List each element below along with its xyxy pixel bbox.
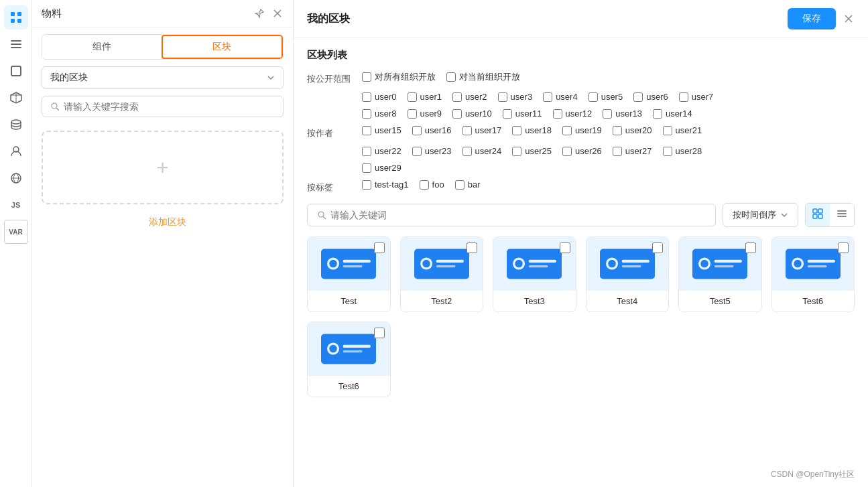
checkbox-user17-input[interactable] — [462, 126, 472, 135]
checkbox-tag-bar[interactable]: bar — [455, 180, 481, 190]
checkbox-user0[interactable]: user0 — [362, 92, 397, 102]
checkbox-user19[interactable]: user19 — [562, 125, 602, 135]
checkbox-user2-input[interactable] — [452, 92, 462, 102]
checkbox-user5-input[interactable] — [588, 92, 598, 102]
checkbox-user4-input[interactable] — [543, 92, 552, 102]
checkbox-user26-input[interactable] — [562, 147, 572, 156]
checkbox-user16-input[interactable] — [412, 126, 422, 135]
checkbox-user13[interactable]: user13 — [603, 109, 642, 119]
checkbox-user1[interactable]: user1 — [408, 92, 442, 102]
block-card-1[interactable]: Test — [307, 236, 391, 312]
left-search-input[interactable] — [64, 101, 275, 112]
checkbox-user6[interactable]: user6 — [633, 92, 668, 102]
block-card-6[interactable]: Test6 — [771, 236, 855, 312]
checkbox-user23-input[interactable] — [412, 147, 422, 156]
sidebar-item-js[interactable]: JS — [4, 193, 28, 217]
checkbox-user27[interactable]: user27 — [613, 146, 652, 156]
block-card-checkbox-4[interactable] — [652, 242, 663, 253]
block-card-7[interactable]: Test6 — [307, 322, 391, 397]
sidebar-item-list[interactable] — [4, 32, 28, 56]
checkbox-user22-input[interactable] — [362, 147, 371, 156]
checkbox-user0-input[interactable] — [362, 92, 371, 102]
sidebar-item-user[interactable] — [4, 139, 28, 163]
checkbox-user10-input[interactable] — [452, 109, 462, 119]
checkbox-user8-input[interactable] — [362, 109, 371, 119]
checkbox-current-org-input[interactable] — [446, 72, 456, 82]
checkbox-user2[interactable]: user2 — [452, 92, 487, 102]
tab-blocks[interactable]: 区块 — [162, 35, 284, 59]
sidebar-item-grid[interactable] — [4, 5, 28, 29]
checkbox-user21-input[interactable] — [663, 126, 672, 135]
sidebar-item-box[interactable] — [4, 59, 28, 83]
checkbox-user14[interactable]: user14 — [653, 109, 692, 119]
add-block-link[interactable]: 添加区块 — [32, 216, 293, 228]
checkbox-current-org[interactable]: 对当前组织开放 — [446, 71, 520, 83]
sidebar-item-globe[interactable] — [4, 166, 28, 190]
checkbox-user21[interactable]: user21 — [663, 125, 702, 135]
block-card-checkbox-2[interactable] — [467, 242, 477, 253]
checkbox-user28[interactable]: user28 — [663, 146, 702, 156]
checkbox-user3[interactable]: user3 — [498, 92, 533, 102]
block-card-5[interactable]: Test5 — [678, 236, 762, 312]
block-card-checkbox-6[interactable] — [838, 242, 849, 253]
checkbox-tag-test-tag1-input[interactable] — [362, 180, 371, 190]
checkbox-user13-input[interactable] — [603, 109, 612, 119]
checkbox-user1-input[interactable] — [408, 92, 417, 102]
checkbox-tag-foo[interactable]: foo — [420, 180, 444, 190]
block-card-3[interactable]: Test3 — [493, 236, 576, 312]
checkbox-user11[interactable]: user11 — [503, 109, 542, 119]
checkbox-user15-input[interactable] — [362, 126, 371, 135]
tab-components[interactable]: 组件 — [42, 35, 162, 59]
checkbox-user9[interactable]: user9 — [408, 109, 442, 119]
checkbox-user12[interactable]: user12 — [553, 109, 593, 119]
block-card-checkbox-7[interactable] — [374, 328, 385, 338]
checkbox-user12-input[interactable] — [553, 109, 562, 119]
checkbox-user27-input[interactable] — [613, 147, 622, 156]
checkbox-all-org-input[interactable] — [362, 72, 371, 82]
checkbox-user25-input[interactable] — [512, 147, 521, 156]
sort-dropdown[interactable]: 按时间倒序 — [723, 203, 798, 227]
checkbox-user14-input[interactable] — [653, 109, 662, 119]
main-search-input[interactable] — [330, 210, 706, 220]
block-card-checkbox-3[interactable] — [560, 242, 570, 253]
checkbox-user29-input[interactable] — [362, 163, 371, 173]
checkbox-user20[interactable]: user20 — [613, 125, 652, 135]
checkbox-user24-input[interactable] — [462, 147, 472, 156]
checkbox-user4[interactable]: user4 — [543, 92, 578, 102]
block-card-2[interactable]: Test2 — [400, 236, 484, 312]
checkbox-user25[interactable]: user25 — [512, 146, 552, 156]
sidebar-item-db[interactable] — [4, 113, 28, 137]
checkbox-user5[interactable]: user5 — [588, 92, 623, 102]
save-button[interactable]: 保存 — [788, 8, 836, 29]
block-category-dropdown[interactable]: 我的区块 — [42, 66, 284, 89]
checkbox-tag-foo-input[interactable] — [420, 180, 429, 190]
checkbox-user3-input[interactable] — [498, 92, 507, 102]
block-card-4[interactable]: Test4 — [586, 236, 670, 312]
checkbox-user22[interactable]: user22 — [362, 146, 401, 156]
checkbox-user10[interactable]: user10 — [452, 109, 492, 119]
checkbox-tag-test-tag1[interactable]: test-tag1 — [362, 180, 409, 190]
checkbox-user7[interactable]: user7 — [679, 92, 714, 102]
checkbox-user20-input[interactable] — [613, 126, 622, 135]
checkbox-user17[interactable]: user17 — [462, 125, 502, 135]
block-card-checkbox-1[interactable] — [374, 242, 385, 253]
checkbox-user11-input[interactable] — [503, 109, 512, 119]
checkbox-all-org[interactable]: 对所有组织开放 — [362, 71, 436, 83]
checkbox-user7-input[interactable] — [679, 92, 688, 102]
checkbox-user24[interactable]: user24 — [462, 146, 502, 156]
checkbox-user26[interactable]: user26 — [562, 146, 602, 156]
checkbox-user19-input[interactable] — [562, 126, 572, 135]
close-main-button[interactable] — [843, 13, 855, 25]
checkbox-user18[interactable]: user18 — [512, 125, 552, 135]
checkbox-user28-input[interactable] — [663, 147, 672, 156]
checkbox-user15[interactable]: user15 — [362, 125, 401, 135]
sidebar-item-cube[interactable] — [4, 86, 28, 110]
list-view-button[interactable] — [830, 204, 854, 226]
grid-view-button[interactable] — [806, 204, 830, 226]
pin-button[interactable] — [253, 7, 266, 20]
checkbox-user6-input[interactable] — [633, 92, 643, 102]
block-card-checkbox-5[interactable] — [745, 242, 756, 253]
add-block-area[interactable]: + — [42, 131, 284, 204]
checkbox-user16[interactable]: user16 — [412, 125, 452, 135]
checkbox-user8[interactable]: user8 — [362, 109, 397, 119]
